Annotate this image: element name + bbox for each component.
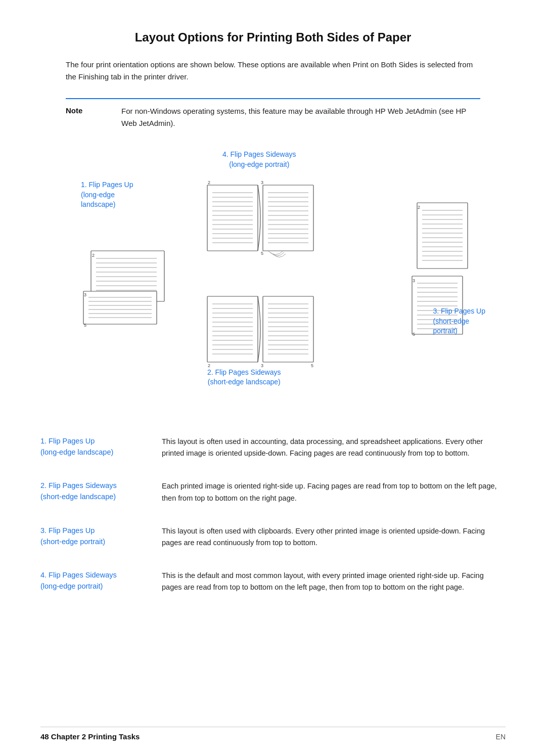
- page-title: Layout Options for Printing Both Sides o…: [40, 30, 506, 45]
- desc-term-3: 3. Flip Pages Up(short-edge portrait): [40, 525, 147, 548]
- label-4: 4. Flip Pages Sideways (long-edge portra…: [222, 150, 296, 169]
- desc-term-4: 4. Flip Pages Sideways(long-edge portrai…: [40, 570, 147, 592]
- desc-term-2: 2. Flip Pages Sideways(short-edge landsc…: [40, 480, 147, 503]
- note-text: For non-Windows operating systems, this …: [121, 105, 480, 129]
- desc-def-3: This layout is often used with clipboard…: [162, 525, 506, 549]
- svg-rect-50: [263, 296, 313, 362]
- note-box: Note For non-Windows operating systems, …: [66, 98, 480, 129]
- svg-text:5: 5: [311, 363, 313, 368]
- label-1: 1. Flip Pages Up (long-edge landscape): [81, 180, 133, 210]
- diagram-1: 2 3 5: [81, 220, 182, 334]
- desc-row-2: 2. Flip Pages Sideways(short-edge landsc…: [40, 472, 506, 512]
- svg-rect-11: [83, 291, 157, 324]
- svg-text:2: 2: [208, 180, 210, 185]
- label-2: 2. Flip Pages Sideways (short-edge lands…: [207, 368, 281, 387]
- note-label: Note: [66, 105, 111, 115]
- descriptions-section: 1. Flip Pages Up(long-edge landscape)Thi…: [40, 428, 506, 602]
- svg-text:5: 5: [261, 251, 263, 256]
- desc-def-4: This is the default and most common layo…: [162, 570, 506, 593]
- svg-rect-20: [207, 185, 258, 251]
- svg-text:5: 5: [84, 323, 86, 328]
- svg-text:5: 5: [413, 332, 415, 337]
- svg-text:2: 2: [418, 205, 420, 210]
- svg-rect-78: [417, 203, 468, 269]
- footer-chapter: 48 Chapter 2 Printing Tasks: [40, 732, 140, 741]
- svg-rect-21: [263, 185, 313, 251]
- intro-text: The four print orientation options are s…: [66, 59, 480, 83]
- footer-lang: EN: [496, 733, 506, 741]
- desc-term-1: 1. Flip Pages Up(long-edge landscape): [40, 436, 147, 458]
- desc-row-1: 1. Flip Pages Up(long-edge landscape)Thi…: [40, 428, 506, 467]
- diagram-4: 2 3 5: [202, 175, 324, 273]
- svg-text:2: 2: [92, 253, 95, 258]
- svg-rect-49: [207, 296, 258, 362]
- desc-def-2: Each printed image is oriented right-sid…: [162, 480, 506, 504]
- svg-text:3: 3: [261, 180, 263, 185]
- desc-row-4: 4. Flip Pages Sideways(long-edge portrai…: [40, 562, 506, 601]
- diagrams-section: 4. Flip Pages Sideways (long-edge portra…: [40, 150, 506, 403]
- desc-row-3: 3. Flip Pages Up(short-edge portrait)Thi…: [40, 517, 506, 557]
- page: Layout Options for Printing Both Sides o…: [0, 0, 546, 756]
- svg-text:3: 3: [413, 278, 415, 283]
- desc-def-1: This layout is often used in accounting,…: [162, 436, 506, 459]
- footer: 48 Chapter 2 Printing Tasks EN: [40, 727, 506, 741]
- svg-text:3: 3: [84, 292, 86, 297]
- label-3: 3. Flip Pages Up (short-edge portrait): [433, 306, 486, 336]
